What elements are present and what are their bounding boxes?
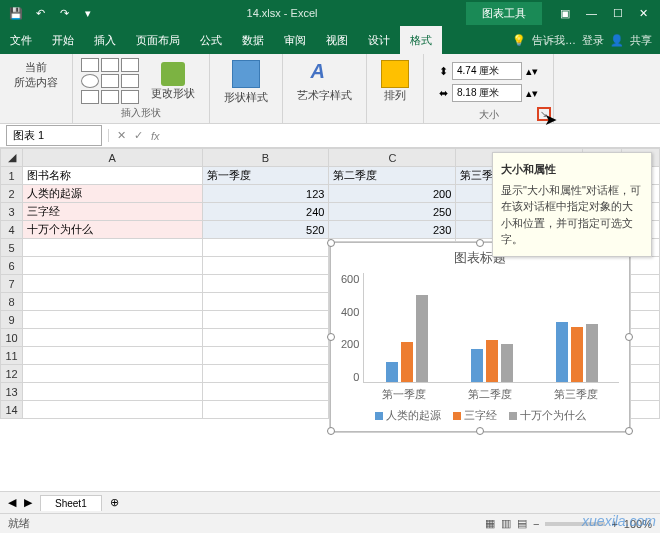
tab-file[interactable]: 文件 <box>0 26 42 54</box>
cell[interactable]: 230 <box>329 221 456 239</box>
cell[interactable] <box>202 383 329 401</box>
tab-insert[interactable]: 插入 <box>84 26 126 54</box>
cell[interactable] <box>202 257 329 275</box>
row-header[interactable]: 13 <box>1 383 23 401</box>
maximize-icon[interactable]: ☐ <box>613 7 623 20</box>
prev-sheet-icon[interactable]: ◀ <box>8 496 16 509</box>
col-header[interactable]: A <box>23 149 203 167</box>
chart-object[interactable]: 图表标题 6004002000 第一季度第二季度第三季度 人类的起源 三字经 十… <box>330 242 630 432</box>
col-header[interactable]: B <box>202 149 329 167</box>
undo-icon[interactable]: ↶ <box>30 3 50 23</box>
add-sheet-icon[interactable]: ⊕ <box>110 496 119 509</box>
close-icon[interactable]: ✕ <box>639 7 648 20</box>
current-selection-button[interactable]: 当前 所选内容 <box>8 58 64 92</box>
cell[interactable]: 200 <box>329 185 456 203</box>
cell[interactable] <box>23 311 203 329</box>
cell[interactable]: 十万个为什么 <box>23 221 203 239</box>
resize-handle[interactable] <box>476 239 484 247</box>
row-header[interactable]: 14 <box>1 401 23 419</box>
chart-plot[interactable]: 6004002000 <box>331 273 629 383</box>
cell[interactable]: 第一季度 <box>202 167 329 185</box>
cell[interactable] <box>202 347 329 365</box>
cell[interactable] <box>23 275 203 293</box>
change-shape-button[interactable]: 更改形状 <box>145 60 201 103</box>
shapes-gallery[interactable] <box>81 58 139 104</box>
resize-handle[interactable] <box>625 333 633 341</box>
cell[interactable]: 三字经 <box>23 203 203 221</box>
tab-data[interactable]: 数据 <box>232 26 274 54</box>
wordart-button[interactable]: A 艺术字样式 <box>291 58 358 105</box>
cell[interactable] <box>23 401 203 419</box>
next-sheet-icon[interactable]: ▶ <box>24 496 32 509</box>
cell[interactable] <box>202 293 329 311</box>
cell[interactable]: 123 <box>202 185 329 203</box>
row-header[interactable]: 8 <box>1 293 23 311</box>
size-dialog-launcher[interactable]: ↘ ➤ <box>537 107 551 121</box>
row-header[interactable]: 10 <box>1 329 23 347</box>
view-normal-icon[interactable]: ▦ <box>485 517 495 530</box>
tell-me[interactable]: 告诉我… <box>532 33 576 48</box>
cell[interactable]: 240 <box>202 203 329 221</box>
resize-handle[interactable] <box>327 333 335 341</box>
minimize-icon[interactable]: — <box>586 7 597 20</box>
cell[interactable] <box>202 329 329 347</box>
height-input[interactable] <box>452 62 522 80</box>
row-header[interactable]: 1 <box>1 167 23 185</box>
tab-view[interactable]: 视图 <box>316 26 358 54</box>
cell[interactable]: 520 <box>202 221 329 239</box>
cell[interactable] <box>202 401 329 419</box>
row-header[interactable]: 9 <box>1 311 23 329</box>
fx-icon[interactable]: fx <box>151 130 160 142</box>
cell[interactable] <box>202 275 329 293</box>
row-header[interactable]: 12 <box>1 365 23 383</box>
resize-handle[interactable] <box>476 427 484 435</box>
save-icon[interactable]: 💾 <box>6 3 26 23</box>
cell[interactable] <box>23 365 203 383</box>
view-break-icon[interactable]: ▤ <box>517 517 527 530</box>
cell[interactable] <box>23 239 203 257</box>
cell[interactable] <box>202 311 329 329</box>
cell[interactable] <box>202 239 329 257</box>
tab-formula[interactable]: 公式 <box>190 26 232 54</box>
cell[interactable] <box>23 347 203 365</box>
bars-area[interactable] <box>363 273 619 383</box>
resize-handle[interactable] <box>327 239 335 247</box>
tab-review[interactable]: 审阅 <box>274 26 316 54</box>
stepper-icon[interactable]: ▴▾ <box>526 65 538 78</box>
stepper-icon[interactable]: ▴▾ <box>526 87 538 100</box>
cell[interactable] <box>23 383 203 401</box>
qat-more-icon[interactable]: ▾ <box>78 3 98 23</box>
cell[interactable]: 人类的起源 <box>23 185 203 203</box>
redo-icon[interactable]: ↷ <box>54 3 74 23</box>
share[interactable]: 共享 <box>630 33 652 48</box>
cell[interactable]: 第二季度 <box>329 167 456 185</box>
legend[interactable]: 人类的起源 三字经 十万个为什么 <box>331 402 629 429</box>
resize-handle[interactable] <box>327 427 335 435</box>
fx-enter-icon[interactable]: ✓ <box>134 129 143 142</box>
tell-me-icon[interactable]: 💡 <box>512 34 526 47</box>
width-input[interactable] <box>452 84 522 102</box>
row-header[interactable]: 6 <box>1 257 23 275</box>
row-header[interactable]: 5 <box>1 239 23 257</box>
tab-format[interactable]: 格式 <box>400 26 442 54</box>
col-header[interactable]: C <box>329 149 456 167</box>
row-header[interactable]: 3 <box>1 203 23 221</box>
tab-design[interactable]: 设计 <box>358 26 400 54</box>
row-header[interactable]: 4 <box>1 221 23 239</box>
ribbon-opts-icon[interactable]: ▣ <box>560 7 570 20</box>
cell[interactable]: 250 <box>329 203 456 221</box>
view-layout-icon[interactable]: ▥ <box>501 517 511 530</box>
login[interactable]: 登录 <box>582 33 604 48</box>
row-header[interactable]: 7 <box>1 275 23 293</box>
select-all[interactable]: ◢ <box>1 149 23 167</box>
shape-styles-button[interactable]: 形状样式 <box>218 58 274 107</box>
zoom-out-icon[interactable]: − <box>533 518 539 530</box>
name-box[interactable]: 图表 1 <box>6 125 102 146</box>
row-header[interactable]: 2 <box>1 185 23 203</box>
tab-layout[interactable]: 页面布局 <box>126 26 190 54</box>
cell[interactable] <box>202 365 329 383</box>
resize-handle[interactable] <box>625 427 633 435</box>
arrange-button[interactable]: 排列 <box>375 58 415 105</box>
tab-home[interactable]: 开始 <box>42 26 84 54</box>
fx-cancel-icon[interactable]: ✕ <box>117 129 126 142</box>
